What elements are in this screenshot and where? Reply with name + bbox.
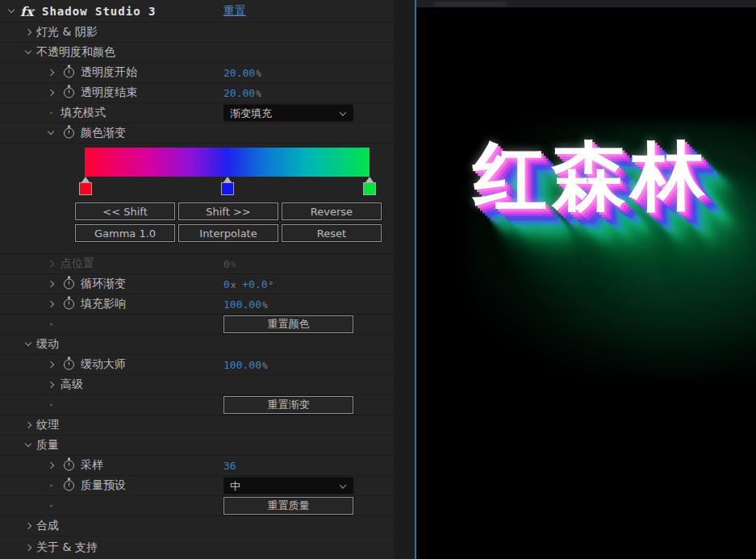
- bullet-dot-icon: [50, 485, 52, 487]
- value-unit: %: [256, 69, 261, 79]
- gradient-stop-blue[interactable]: [220, 177, 234, 195]
- gamma-button[interactable]: Gamma 1.0: [75, 224, 175, 242]
- stopwatch-icon[interactable]: [64, 279, 74, 290]
- chevron-down-icon[interactable]: [7, 7, 15, 15]
- value-unit: %: [262, 361, 268, 371]
- row-reset-quality: 重置质量: [0, 496, 394, 516]
- interpolate-button[interactable]: Interpolate: [178, 224, 278, 242]
- chevron-right-icon[interactable]: [24, 28, 32, 36]
- chevron-down-icon: [339, 109, 347, 117]
- group-label: 缓动: [36, 337, 59, 352]
- stopwatch-icon[interactable]: [64, 481, 74, 491]
- param-label: 填充模式: [61, 106, 106, 120]
- param-label: 循环渐变: [81, 277, 126, 291]
- reset-effect-link[interactable]: 重置: [223, 4, 246, 19]
- param-label: 颜色渐变: [81, 126, 126, 140]
- group-label: 纹理: [36, 418, 59, 432]
- value-unit: %: [256, 89, 261, 99]
- row-easing-master: 缓动大师 100.00%: [0, 355, 394, 375]
- param-label: 透明度开始: [81, 65, 137, 80]
- chevron-right-icon[interactable]: [47, 89, 55, 97]
- composition-viewer[interactable]: 红森林: [416, 0, 756, 559]
- gradient-bar[interactable]: [85, 148, 370, 177]
- reset-quality-button[interactable]: 重置质量: [223, 497, 353, 515]
- row-advanced: 高级: [0, 375, 394, 395]
- chevron-down-icon[interactable]: [24, 48, 32, 56]
- stopwatch-icon[interactable]: [64, 461, 74, 471]
- reverse-button[interactable]: Reverse: [282, 202, 382, 220]
- param-label: 透明度结束: [81, 86, 137, 100]
- shift-right-button[interactable]: Shift >>: [178, 202, 278, 220]
- rev-number[interactable]: 0: [223, 278, 230, 290]
- row-opacity-end: 透明度结束 20.00%: [0, 83, 394, 103]
- row-reset-gradient: 重置渐变: [0, 395, 394, 415]
- effect-title: Shadow Studio 3: [42, 5, 156, 18]
- value-number[interactable]: 36: [223, 460, 236, 472]
- value-number[interactable]: 20.00: [223, 67, 255, 79]
- chevron-right-icon[interactable]: [47, 300, 55, 308]
- gradient-stop-red[interactable]: [78, 177, 92, 195]
- row-reset-colors: 重置颜色: [0, 315, 394, 335]
- stop-color-swatch[interactable]: [221, 182, 234, 195]
- row-about-support: 关于 & 支持: [0, 536, 394, 559]
- stopwatch-icon[interactable]: [64, 360, 74, 370]
- chevron-right-icon[interactable]: [24, 544, 32, 552]
- stopwatch-icon[interactable]: [64, 299, 74, 310]
- sampling-value[interactable]: 36: [223, 460, 236, 472]
- value-number[interactable]: 100.00: [223, 359, 261, 371]
- chevron-right-icon[interactable]: [24, 522, 32, 530]
- app-window: fx Shadow Studio 3 重置 灯光 & 阴影 不透明度和颜色 透明…: [0, 0, 756, 559]
- panel-divider[interactable]: [394, 0, 416, 559]
- stopwatch-icon[interactable]: [64, 128, 74, 139]
- dropdown-selected-value: 中: [230, 478, 240, 493]
- viewer-top-bar: [416, 0, 756, 7]
- row-quality-preset: 质量预设 中: [0, 476, 394, 496]
- chevron-down-icon[interactable]: [47, 129, 55, 137]
- gradient-stop-green[interactable]: [362, 177, 376, 195]
- deg-number[interactable]: +0.0: [242, 278, 267, 290]
- chevron-right-icon[interactable]: [47, 280, 55, 288]
- cycle-gradient-value[interactable]: 0x +0.0°: [223, 278, 274, 290]
- fill-influence-value[interactable]: 100.00%: [223, 298, 268, 311]
- row-point-position: 点位置 0%: [0, 254, 394, 274]
- quality-preset-dropdown[interactable]: 中: [223, 478, 353, 494]
- row-compositing: 合成: [0, 516, 394, 536]
- value-number[interactable]: 100.00: [223, 298, 261, 311]
- chevron-right-icon[interactable]: [47, 381, 55, 389]
- chevron-down-icon[interactable]: [24, 340, 32, 348]
- chevron-right-icon[interactable]: [47, 461, 55, 469]
- stop-color-swatch[interactable]: [363, 182, 376, 195]
- value-number: 0: [223, 258, 230, 270]
- stop-color-swatch[interactable]: [79, 182, 92, 195]
- stopwatch-icon[interactable]: [64, 68, 74, 78]
- chevron-right-icon[interactable]: [47, 361, 55, 369]
- reset-colors-button[interactable]: 重置颜色: [223, 315, 353, 333]
- fx-badge-icon: fx: [20, 3, 33, 19]
- reset-gradient-button[interactable]: 重置渐变: [223, 396, 353, 414]
- param-label: 高级: [61, 378, 83, 392]
- reset-gradient-stops-button[interactable]: Reset: [282, 224, 382, 242]
- stop-arrow-icon: [365, 177, 374, 182]
- opacity-end-value[interactable]: 20.00%: [223, 87, 261, 99]
- fill-mode-dropdown[interactable]: 渐变填充: [223, 105, 353, 122]
- opacity-start-value[interactable]: 20.00%: [223, 67, 261, 79]
- easing-master-value[interactable]: 100.00%: [223, 359, 268, 371]
- chevron-right-icon[interactable]: [47, 69, 55, 77]
- row-color-gradient: 颜色渐变: [0, 123, 394, 144]
- param-label: 缓动大师: [81, 357, 126, 372]
- row-texture: 纹理: [0, 415, 394, 436]
- point-position-value: 0%: [223, 258, 236, 270]
- group-label: 不透明度和颜色: [36, 45, 115, 60]
- stop-arrow-icon: [81, 177, 90, 182]
- param-label: 填充影响: [81, 297, 126, 311]
- chevron-right-icon[interactable]: [24, 421, 32, 429]
- chevron-down-icon[interactable]: [24, 441, 32, 449]
- stopwatch-icon[interactable]: [64, 88, 74, 98]
- row-quality: 质量: [0, 436, 394, 456]
- shift-left-button[interactable]: << Shift: [75, 202, 175, 220]
- viewer-tab-edge: [434, 2, 507, 6]
- row-cycle-gradient: 循环渐变 0x +0.0°: [0, 274, 394, 294]
- bullet-dot-icon: [50, 505, 52, 507]
- value-number[interactable]: 20.00: [223, 87, 255, 99]
- param-label: 采样: [81, 458, 103, 473]
